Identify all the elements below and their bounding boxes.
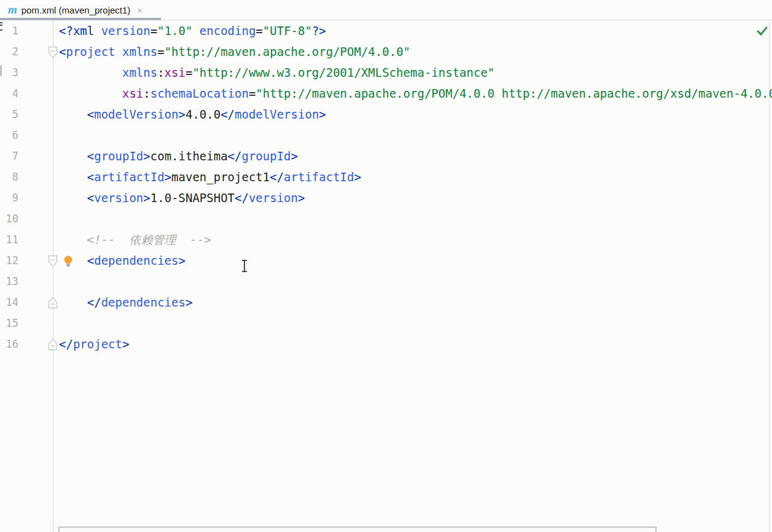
code-token: </ (87, 295, 101, 309)
code-token: maven_project1 (171, 170, 270, 184)
code-line[interactable] (59, 313, 772, 334)
code-token: "1.0" (157, 24, 192, 37)
line-number: 8 (0, 166, 18, 187)
bottom-popup-edge (58, 526, 657, 532)
code-token: > (298, 191, 305, 205)
code-line[interactable]: xmlns:xsi="http://www.w3.org/2001/XMLSch… (59, 62, 772, 83)
code-token: "http://maven.apache.org/POM/4.0.0 http:… (255, 87, 772, 100)
line-number: 16 (0, 334, 18, 354)
editor-tab-bar: m pom.xml (maven_project1) × (0, 0, 772, 20)
code-token (192, 24, 199, 37)
code-line[interactable] (59, 271, 772, 292)
line-number: 1 (0, 20, 18, 41)
code-token (59, 87, 122, 100)
code-token: dependencies (101, 295, 185, 309)
line-number: 11 (0, 229, 18, 250)
code-line[interactable]: <artifactId>maven_project1</artifactId> (59, 166, 772, 187)
line-number: 3 (0, 62, 18, 83)
code-token: xsi (122, 87, 143, 100)
fold-region-start-icon[interactable] (48, 46, 58, 58)
code-line[interactable]: </dependencies> (59, 292, 772, 313)
code-token: > (319, 108, 326, 121)
line-number-gutter: 12345678910111213141516 (0, 20, 18, 354)
code-line[interactable]: <modelVersion>4.0.0</modelVersion> (59, 104, 772, 125)
code-token (59, 295, 87, 309)
code-token: xsi (165, 66, 185, 79)
code-token: > (122, 337, 129, 351)
code-token: groupId (241, 149, 290, 163)
code-token (59, 108, 87, 121)
code-token: com.itheima (150, 149, 228, 163)
line-number: 14 (0, 292, 18, 313)
code-token: = (249, 87, 255, 100)
code-token: "UTF-8" (263, 24, 312, 37)
tab-label: pom.xml (maven_project1) (21, 5, 131, 15)
code-token: groupId (94, 149, 143, 163)
inspections-ok-check-icon[interactable] (757, 26, 768, 37)
fold-region-start-icon[interactable] (48, 255, 58, 267)
code-token: < (87, 108, 94, 121)
line-number: 13 (0, 271, 18, 292)
fold-region-end-icon[interactable] (48, 297, 58, 309)
code-token: version (249, 191, 298, 205)
code-line[interactable]: <dependencies> (59, 250, 772, 271)
code-token: = (150, 24, 157, 37)
code-token: = (255, 24, 262, 37)
code-token: = (157, 45, 164, 58)
code-line[interactable] (59, 125, 772, 146)
code-token (94, 24, 101, 37)
code-token: encoding (200, 24, 256, 37)
code-token: < (59, 45, 66, 58)
code-token: </ (220, 108, 235, 121)
code-token: version (101, 24, 150, 37)
tab-pom-xml[interactable]: m pom.xml (maven_project1) × (0, 0, 161, 20)
code-token: < (87, 149, 94, 163)
code-token: </ (59, 337, 73, 351)
gutter-separator (53, 20, 53, 532)
line-number: 9 (0, 187, 18, 208)
code-line[interactable]: <version>1.0-SNAPSHOT</version> (59, 187, 772, 208)
code-token: modelVersion (235, 108, 319, 121)
code-token (59, 233, 87, 246)
code-token: modelVersion (94, 108, 178, 121)
line-number: 6 (0, 125, 18, 146)
code-token: </ (228, 149, 242, 163)
code-token: ?> (312, 24, 326, 37)
code-line[interactable]: <?xml version="1.0" encoding="UTF-8"?> (59, 20, 772, 41)
code-token: > (179, 254, 185, 267)
code-token: </ (235, 191, 249, 205)
code-token (59, 191, 87, 205)
fold-region-end-icon[interactable] (48, 338, 58, 351)
code-token (115, 45, 122, 58)
line-number: 15 (0, 313, 18, 334)
code-token: dependencies (94, 254, 178, 267)
code-editor[interactable]: <?xml version="1.0" encoding="UTF-8"?><p… (59, 20, 772, 354)
code-token: > (185, 295, 192, 309)
code-token: artifactId (94, 170, 164, 184)
code-line[interactable]: </project> (59, 334, 772, 354)
code-token: < (87, 254, 94, 267)
code-token: > (179, 108, 185, 121)
code-token: project (66, 45, 115, 58)
close-icon[interactable]: × (135, 5, 144, 15)
code-token: xmlns (122, 45, 157, 58)
code-token (59, 149, 87, 163)
code-token: > (143, 191, 150, 205)
line-number: 4 (0, 83, 18, 104)
code-token: xmlns (122, 66, 157, 79)
code-line[interactable]: xsi:schemaLocation="http://maven.apache.… (59, 83, 772, 104)
code-token: : (157, 66, 164, 79)
code-token: schemaLocation (150, 87, 249, 100)
code-token: < (87, 170, 94, 184)
line-number: 5 (0, 104, 18, 125)
code-token: "http://www.w3.org/2001/XMLSchema-instan… (192, 66, 494, 79)
code-token: : (143, 87, 150, 100)
code-token: version (94, 191, 143, 205)
code-line[interactable]: <groupId>com.itheima</groupId> (59, 146, 772, 166)
code-line[interactable]: <project xmlns="http://maven.apache.org/… (59, 41, 772, 62)
lightbulb-icon[interactable] (63, 255, 74, 268)
code-token: artifactId (284, 170, 354, 184)
code-line[interactable] (59, 208, 772, 229)
code-line[interactable]: <!-- 依赖管理 --> (59, 229, 772, 250)
code-token: <?xml (59, 24, 94, 37)
